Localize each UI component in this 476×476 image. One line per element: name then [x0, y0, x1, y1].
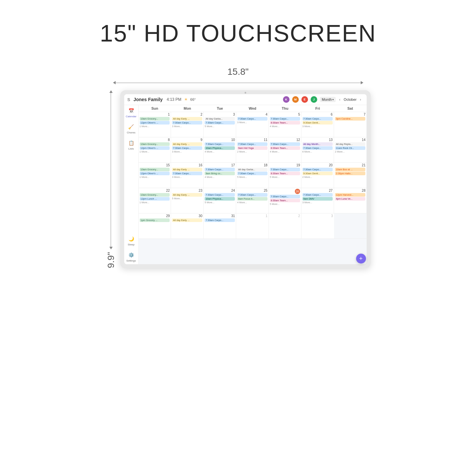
- calendar-event[interactable]: 7:30am Carpo...: [205, 193, 235, 197]
- calendar-event[interactable]: 9am Bring co...: [205, 172, 235, 175]
- calendar-cell-4-6[interactable]: 277:30am Carpo...9am DMV3 More...: [301, 188, 334, 213]
- calendar-cell-4-5[interactable]: 267:30am Carpo...8:30am Team...5 More...: [269, 188, 301, 213]
- more-events-link[interactable]: 3 More...: [172, 125, 202, 128]
- next-month-button[interactable]: ›: [358, 97, 363, 102]
- sidebar-item-calendar[interactable]: 📅 Calendar: [126, 107, 136, 118]
- avatar-k[interactable]: K: [283, 96, 290, 103]
- calendar-cell-3-3[interactable]: 177:30am Carpo...9am Bring co...4 More..…: [204, 163, 236, 188]
- calendar-event[interactable]: All day Early ...: [172, 142, 202, 146]
- calendar-cell-4-1[interactable]: 2210am Grocery...12pm Lunch ...1 More...: [139, 188, 171, 213]
- calendar-event[interactable]: All day Early ...: [172, 117, 202, 121]
- more-events-link[interactable]: 3 More...: [237, 121, 267, 124]
- calendar-cell-2-2[interactable]: 9All day Early ...7:30am Carpo...3 More.…: [171, 137, 204, 162]
- calendar-event[interactable]: 8:30am Team...: [270, 146, 300, 150]
- calendar-event[interactable]: 7:30am Carpo...: [270, 195, 300, 198]
- calendar-cell-2-5[interactable]: 127:30am Carpo...8:30am Team...4 More...: [269, 137, 301, 162]
- calendar-event[interactable]: All day Month...: [302, 142, 333, 146]
- calendar-event[interactable]: 7:30am Carpo...: [302, 168, 333, 171]
- more-events-link[interactable]: 5 More...: [237, 176, 267, 179]
- sidebar-item-sleep[interactable]: 🌙 Sleep: [127, 235, 135, 246]
- calendar-event[interactable]: All day Garba...: [205, 117, 235, 121]
- calendar-event[interactable]: 7:30am Carpo...: [237, 117, 267, 121]
- calendar-cell-5-6[interactable]: 3: [301, 213, 334, 238]
- more-events-link[interactable]: 4 More...: [205, 150, 235, 153]
- calendar-event[interactable]: 12pm Lunch ...: [140, 197, 170, 201]
- view-mode-select[interactable]: Month ▾: [320, 97, 336, 102]
- calendar-cell-1-5[interactable]: 57:30am Carpo...8:30am Team...4 More...: [269, 112, 301, 137]
- more-events-link[interactable]: 5 More...: [205, 201, 235, 204]
- calendar-cell-1-7[interactable]: 73pm Caroline...: [334, 112, 367, 137]
- more-events-link[interactable]: 2 More...: [335, 150, 366, 153]
- calendar-event[interactable]: 7:30am Carpo...: [205, 121, 235, 125]
- avatar-j[interactable]: J: [311, 96, 317, 103]
- sidebar-item-lists[interactable]: 📋 Lists: [127, 139, 135, 150]
- sidebar-item-settings[interactable]: ⚙️ Settings: [126, 251, 136, 262]
- calendar-event[interactable]: 9:30am Denti...: [302, 172, 333, 175]
- more-events-link[interactable]: 3 More...: [172, 176, 202, 179]
- calendar-cell-3-5[interactable]: 197:30am Carpo...8:30am Team...5 More...: [269, 163, 301, 188]
- calendar-cell-2-7[interactable]: 14All day Repla...11am Rock Cli...2 More…: [334, 137, 367, 162]
- calendar-event[interactable]: 10am Grocery...: [140, 168, 170, 171]
- more-events-link[interactable]: 4 More...: [270, 125, 300, 128]
- more-events-link[interactable]: 2 More...: [302, 176, 333, 179]
- calendar-cell-3-7[interactable]: 2110am Boo at ...2:30pm Hallo...: [334, 163, 367, 188]
- calendar-event[interactable]: 10am Grocery...: [140, 142, 170, 146]
- calendar-event[interactable]: 7:30am Carpo...: [205, 142, 235, 146]
- calendar-cell-2-1[interactable]: 810am Grocery...12pm Oliver's ...1 More.…: [139, 137, 171, 162]
- calendar-cell-5-3[interactable]: 317:30am Carpo...: [204, 213, 236, 238]
- calendar-cell-2-3[interactable]: 107:30am Carpo...10am Physica...4 More..…: [204, 137, 236, 162]
- calendar-event[interactable]: 7:30am Carpo...: [270, 117, 300, 121]
- more-events-link[interactable]: 1 More...: [140, 201, 170, 204]
- calendar-cell-1-6[interactable]: 67:30am Carpo...9:30am Denti...3 More...: [301, 112, 334, 137]
- more-events-link[interactable]: 1 More...: [140, 176, 170, 179]
- calendar-event[interactable]: 7:30am Carpo...: [302, 193, 333, 197]
- more-events-link[interactable]: 3 More...: [302, 125, 333, 128]
- calendar-event[interactable]: 12pm Oliver's ...: [140, 121, 170, 125]
- calendar-event[interactable]: 7:30am Carpo...: [172, 146, 202, 150]
- calendar-event[interactable]: All day Garba...: [237, 168, 267, 171]
- more-events-link[interactable]: 4 More...: [237, 201, 267, 204]
- more-events-link[interactable]: 6 More...: [302, 150, 333, 153]
- more-events-link[interactable]: 5 More...: [270, 176, 300, 179]
- calendar-cell-4-7[interactable]: 2812pm Harvest...4pm Luna Ve...: [334, 188, 367, 213]
- add-event-button[interactable]: +: [356, 254, 366, 264]
- more-events-link[interactable]: 5 More...: [270, 203, 300, 206]
- calendar-cell-4-3[interactable]: 247:30am Carpo...10am Physica...5 More..…: [204, 188, 236, 213]
- calendar-event[interactable]: 7:30am Carpo...: [237, 172, 267, 175]
- calendar-event[interactable]: 7:30am Carpo...: [205, 218, 235, 222]
- calendar-event[interactable]: All day Early ...: [172, 218, 202, 222]
- more-events-link[interactable]: 2 More...: [237, 150, 267, 153]
- prev-month-button[interactable]: ‹: [337, 97, 342, 102]
- more-events-link[interactable]: 5 More...: [172, 197, 202, 200]
- calendar-event[interactable]: 4pm Luna Ve...: [335, 197, 366, 201]
- calendar-event[interactable]: All day Repla...: [335, 142, 366, 146]
- calendar-cell-3-1[interactable]: 1510am Grocery...12pm Oliver's ...1 More…: [139, 163, 171, 188]
- calendar-cell-4-4[interactable]: 257:30am Carpo...8am Focus ti...4 More..…: [236, 188, 269, 213]
- more-events-link[interactable]: 3 More...: [172, 150, 202, 153]
- calendar-cell-4-2[interactable]: 23All day Early ...5 More...: [171, 188, 204, 213]
- calendar-cell-5-2[interactable]: 30All day Early ...: [171, 213, 204, 238]
- calendar-event[interactable]: 2:30pm Hallo...: [335, 172, 366, 175]
- calendar-event[interactable]: 11am Rock Cli...: [335, 146, 366, 150]
- calendar-event[interactable]: 9:30am Denti...: [302, 121, 333, 125]
- calendar-cell-3-4[interactable]: 18All day Garba...7:30am Carpo...5 More.…: [236, 163, 269, 188]
- more-events-link[interactable]: 1 More...: [140, 150, 170, 153]
- calendar-cell-1-2[interactable]: 2All day Early ...7:30am Carpo...3 More.…: [171, 112, 204, 137]
- avatar-e[interactable]: E: [301, 96, 308, 103]
- calendar-event[interactable]: 7:30am Carpo...: [270, 142, 300, 146]
- calendar-event[interactable]: 7:30am Carpo...: [237, 193, 267, 197]
- avatar-m[interactable]: M: [292, 96, 299, 103]
- calendar-cell-1-1[interactable]: 110am Grocery...12pm Oliver's ...1 More.…: [139, 112, 171, 137]
- more-events-link[interactable]: 5 More...: [205, 125, 235, 128]
- calendar-event[interactable]: All day Early ...: [172, 168, 202, 171]
- calendar-event[interactable]: 7:30am Carpo...: [205, 168, 235, 171]
- calendar-cell-3-2[interactable]: 16All day Early ...7:30am Carpo...3 More…: [171, 163, 204, 188]
- calendar-cell-5-5[interactable]: 2: [269, 213, 301, 238]
- calendar-cell-1-3[interactable]: 3All day Garba...7:30am Carpo...5 More..…: [204, 112, 236, 137]
- calendar-event[interactable]: 8am Focus ti...: [237, 197, 267, 201]
- calendar-event[interactable]: 10am Boo at ...: [335, 168, 366, 171]
- calendar-event[interactable]: 7:30am Carpo...: [172, 121, 202, 125]
- calendar-event[interactable]: 10am Grocery...: [140, 193, 170, 197]
- calendar-event[interactable]: 9am Hot Yoga: [237, 146, 267, 150]
- calendar-cell-2-6[interactable]: 13All day Month...7:30am Carpo...6 More.…: [301, 137, 334, 162]
